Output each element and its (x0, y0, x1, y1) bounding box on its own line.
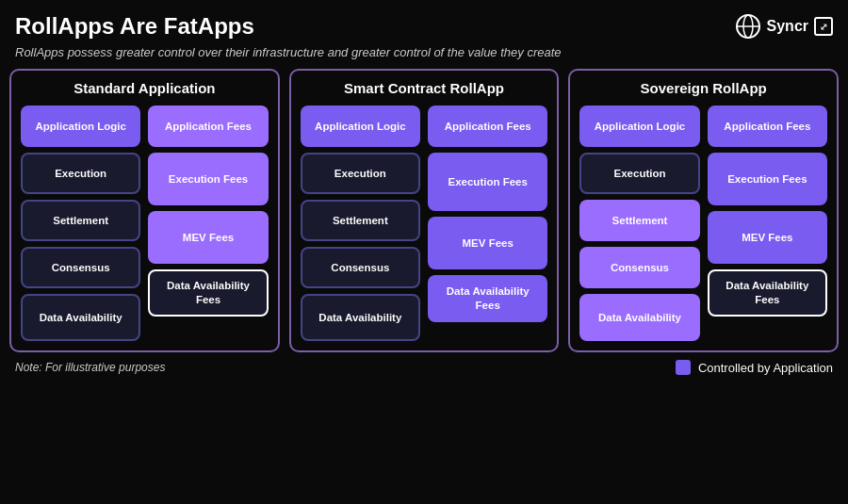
std-settlement: Settlement (21, 200, 140, 241)
sc-exec-fees: Execution Fees (428, 153, 547, 211)
footer: Note: For illustrative purposes Controll… (0, 352, 848, 379)
logo-area: Syncr ⤢ (735, 13, 833, 40)
column-sc-title: Smart Contract RollApp (301, 80, 548, 96)
sc-data-fees: Data Availability Fees (428, 275, 547, 322)
std-data-avail: Data Availability (21, 294, 140, 341)
header: RollApps Are FatApps Syncr ⤢ (0, 0, 848, 43)
legend: Controlled by Application (676, 360, 833, 375)
column-standard-title: Standard Application (21, 80, 269, 96)
sc-data-avail: Data Availability (301, 294, 420, 341)
sc-app-fees: Application Fees (428, 106, 547, 147)
sc-right: Application Fees Execution Fees MEV Fees… (428, 106, 547, 341)
std-exec-fees: Execution Fees (148, 153, 268, 205)
sov-data-fees: Data Availability Fees (708, 269, 827, 317)
sov-settlement: Settlement (579, 200, 699, 241)
column-standard: Standard Application Application Logic E… (9, 69, 280, 352)
sov-app-logic: Application Logic (579, 106, 699, 147)
sov-execution: Execution (579, 153, 699, 194)
logo-text: Syncr (767, 18, 808, 35)
sov-right: Application Fees Execution Fees MEV Fees… (708, 106, 827, 341)
std-execution: Execution (21, 153, 140, 194)
sov-consensus: Consensus (579, 247, 699, 288)
sc-settlement: Settlement (301, 200, 420, 241)
sov-data-avail: Data Availability (579, 294, 699, 341)
std-mev-fees: MEV Fees (148, 211, 268, 264)
sc-execution: Execution (301, 153, 420, 194)
expand-icon[interactable]: ⤢ (814, 17, 833, 36)
sov-exec-fees: Execution Fees (708, 153, 827, 205)
std-app-logic: Application Logic (21, 106, 140, 147)
column-smart-contract: Smart Contract RollApp Application Logic… (289, 69, 560, 352)
footer-note: Note: For illustrative purposes (15, 361, 165, 374)
syncr-logo-icon (735, 13, 761, 40)
std-app-fees: Application Fees (148, 106, 268, 147)
title: RollApps Are FatApps (15, 13, 254, 40)
column-sov-title: Sovereign RollApp (579, 80, 827, 96)
std-consensus: Consensus (21, 247, 140, 288)
standard-right: Application Fees Execution Fees MEV Fees… (148, 106, 268, 341)
columns-container: Standard Application Application Logic E… (0, 69, 848, 352)
sov-left: Application Logic Execution Settlement C… (579, 106, 699, 341)
sc-left: Application Logic Execution Settlement C… (301, 106, 420, 341)
legend-label: Controlled by Application (698, 361, 833, 375)
subtitle: RollApps possess greater control over th… (0, 43, 848, 69)
sc-app-logic: Application Logic (301, 106, 420, 147)
sov-app-fees: Application Fees (708, 106, 827, 147)
std-data-fees: Data Availability Fees (148, 269, 268, 317)
column-sovereign: Sovereign RollApp Application Logic Exec… (568, 69, 839, 352)
sov-mev-fees: MEV Fees (708, 211, 827, 264)
sc-consensus: Consensus (301, 247, 420, 288)
sc-mev-fees: MEV Fees (428, 217, 547, 269)
legend-color-box (676, 360, 691, 375)
standard-left: Application Logic Execution Settlement C… (21, 106, 140, 341)
